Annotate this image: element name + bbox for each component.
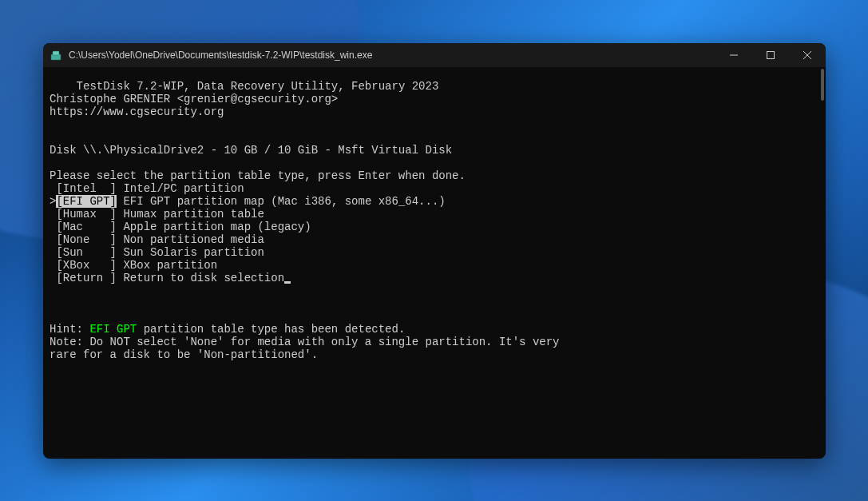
titlebar[interactable]: C:\Users\Yodel\OneDrive\Documents\testdi… [43,43,826,67]
minimize-button[interactable] [715,43,752,67]
menu-item-mac[interactable]: [Mac ] Apple partition map (legacy) [50,221,819,233]
hint-highlight: EFI GPT [89,323,137,336]
note-line2: rare for a disk to be 'Non-partitioned'. [50,348,318,361]
note-line1: Note: Do NOT select 'None' for media wit… [50,336,560,348]
scrollbar[interactable] [821,69,824,101]
app-header-line2: Christophe GRENIER <grenier@cgsecurity.o… [50,93,338,105]
menu-item-humax[interactable]: [Humax ] Humax partition table [50,208,819,221]
svg-rect-3 [767,52,775,59]
window-title: C:\Users\Yodel\OneDrive\Documents\testdi… [69,50,715,61]
disk-info: Disk \\.\PhysicalDrive2 - 10 GB / 10 GiB… [50,144,452,157]
maximize-button[interactable] [752,43,789,67]
prompt-text: Please select the partition table type, … [50,169,466,182]
window-controls [715,43,826,67]
menu-item-efi-gpt[interactable]: >[EFI GPT] EFI GPT partition map (Mac i3… [50,195,819,208]
terminal-content[interactable]: TestDisk 7.2-WIP, Data Recovery Utility,… [43,67,826,459]
app-icon [50,49,62,62]
hint-line: Hint: EFI GPT partition table type has b… [50,323,405,336]
terminal-window: C:\Users\Yodel\OneDrive\Documents\testdi… [43,43,826,459]
selected-marker: [EFI GPT] [56,195,117,208]
menu-item-none[interactable]: [None ] Non partitioned media [50,233,819,246]
menu-item-intel[interactable]: [Intel ] Intel/PC partition [50,182,819,195]
menu-item-return[interactable]: [Return ] Return to disk selection [50,272,819,284]
menu-item-sun[interactable]: [Sun ] Sun Solaris partition [50,246,819,259]
menu-item-xbox[interactable]: [XBox ] XBox partition [50,259,819,272]
app-header-line3: https://www.cgsecurity.org [50,105,224,118]
cursor [284,281,291,284]
app-header-line1: TestDisk 7.2-WIP, Data Recovery Utility,… [77,80,439,93]
close-button[interactable] [789,43,826,67]
svg-rect-1 [53,51,59,55]
